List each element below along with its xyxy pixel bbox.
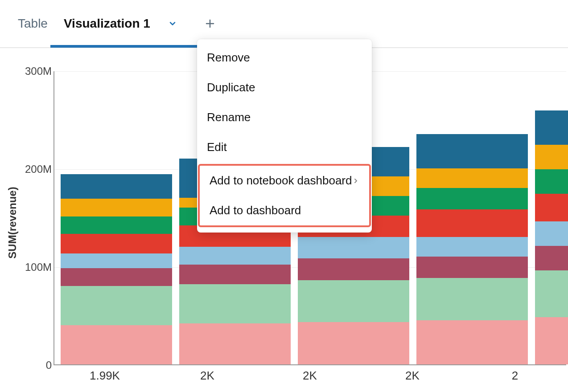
add-tab-button[interactable] bbox=[204, 17, 216, 30]
bar-segment bbox=[535, 194, 568, 221]
bar-segment bbox=[179, 323, 291, 364]
bar-segment bbox=[535, 145, 568, 169]
bar-segment bbox=[535, 246, 568, 270]
bar-segment bbox=[61, 253, 172, 268]
bar-segment bbox=[61, 286, 172, 325]
stacked-bar[interactable] bbox=[535, 110, 568, 364]
menu-item-remove[interactable]: Remove bbox=[197, 43, 372, 73]
tab-visualization-1-label: Visualization 1 bbox=[64, 16, 150, 30]
bar-segment bbox=[416, 168, 528, 188]
y-tick: 200M bbox=[19, 163, 52, 176]
bar-segment bbox=[298, 322, 409, 364]
x-tick: 1.99K bbox=[54, 369, 156, 383]
bar-segment bbox=[61, 216, 172, 234]
chevron-right-icon bbox=[352, 174, 359, 188]
bar-segment bbox=[179, 247, 291, 265]
tab-table[interactable]: Table bbox=[18, 0, 48, 47]
y-tick: 100M bbox=[19, 261, 52, 274]
x-tick: 2K bbox=[259, 369, 361, 383]
bar-segment bbox=[61, 325, 172, 364]
menu-item-duplicate[interactable]: Duplicate bbox=[197, 73, 372, 102]
bar-segment bbox=[61, 234, 172, 253]
visualization-context-menu: Remove Duplicate Rename Edit Add to note… bbox=[197, 39, 372, 233]
bar-segment bbox=[535, 317, 568, 364]
bar-segment bbox=[61, 199, 172, 216]
bar-segment bbox=[535, 110, 568, 145]
menu-item-rename[interactable]: Rename bbox=[197, 102, 372, 132]
y-tick: 0 bbox=[19, 359, 52, 372]
bar-segment bbox=[179, 265, 291, 284]
bar-segment bbox=[298, 237, 409, 258]
bar-segment bbox=[416, 278, 528, 320]
x-tick: 2 bbox=[464, 369, 566, 383]
bar-segment bbox=[298, 258, 409, 280]
bar-segment bbox=[416, 134, 528, 168]
bar-segment bbox=[416, 188, 528, 209]
chevron-down-icon[interactable] bbox=[166, 17, 179, 30]
y-axis-label: SUM(revenue) bbox=[6, 187, 19, 258]
highlighted-menu-group: Add to notebook dashboard Add to dashboa… bbox=[198, 164, 371, 227]
bar-segment bbox=[416, 237, 528, 257]
bar-segment bbox=[416, 209, 528, 237]
x-tick: 2K bbox=[156, 369, 259, 383]
tab-visualization-1[interactable]: Visualization 1 bbox=[64, 0, 150, 47]
tab-bar: Table Visualization 1 Remove Duplicate R… bbox=[0, 0, 568, 48]
x-axis-ticks: 1.99K2K2K2K2 bbox=[54, 369, 566, 383]
menu-item-add-to-notebook-dashboard[interactable]: Add to notebook dashboard bbox=[200, 166, 369, 196]
stacked-bar[interactable] bbox=[416, 134, 528, 364]
menu-item-add-to-dashboard[interactable]: Add to dashboard bbox=[200, 196, 369, 225]
bar-segment bbox=[61, 174, 172, 199]
bar-segment bbox=[416, 257, 528, 278]
bar-segment bbox=[416, 320, 528, 364]
stacked-bar[interactable] bbox=[61, 174, 172, 364]
bar-segment bbox=[179, 284, 291, 323]
bar-segment bbox=[298, 280, 409, 323]
bar-segment bbox=[535, 270, 568, 318]
y-tick: 300M bbox=[19, 65, 52, 78]
menu-item-edit[interactable]: Edit bbox=[197, 132, 372, 162]
bar-segment bbox=[535, 169, 568, 194]
x-tick: 2K bbox=[361, 369, 464, 383]
bar-segment bbox=[61, 268, 172, 286]
bar-segment bbox=[535, 221, 568, 246]
